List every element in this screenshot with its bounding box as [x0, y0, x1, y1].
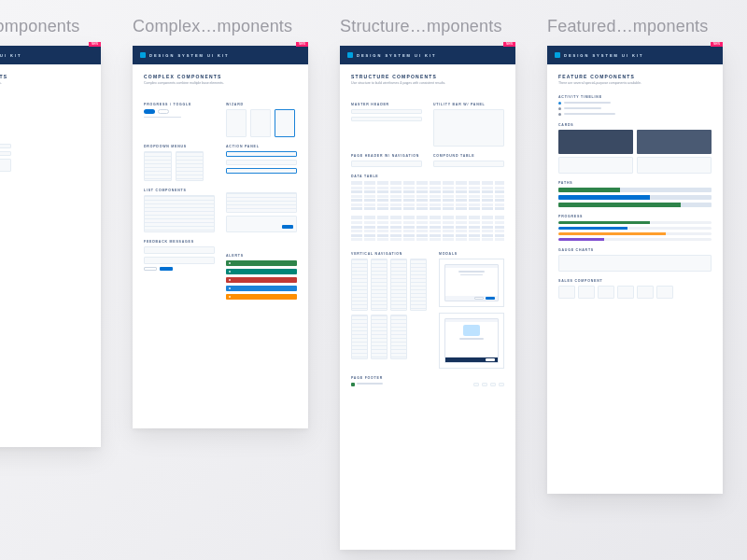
group-label: PROGRESS	[558, 215, 712, 218]
header-sample	[351, 117, 422, 121]
group-label: ALERTS	[226, 254, 297, 258]
new-badge: NEW	[503, 42, 515, 47]
group-label: SALES COMPONENT	[558, 279, 712, 283]
artboard-page[interactable]: NEW DESIGN SYSTEM UI KIT SIMPLE COMPONEN…	[0, 46, 101, 447]
vnav-sample	[371, 259, 388, 311]
section-subtitle: There are several special-purpose compon…	[558, 81, 712, 86]
toast-sample	[144, 246, 215, 254]
kit-title: DESIGN SYSTEM UI KIT	[564, 53, 644, 58]
page-header: DESIGN SYSTEM UI KIT	[547, 46, 723, 64]
artboard-page[interactable]: NEW DESIGN SYSTEM UI KIT COMPLEX COMPONE…	[133, 46, 308, 428]
group-label: WIZARD	[226, 103, 297, 106]
button-sample	[160, 267, 173, 271]
group-label: PATHS	[558, 181, 712, 185]
group-label: FEEDBACK MESSAGES	[144, 240, 297, 244]
group-label: FORM ELEMENTS	[0, 137, 90, 141]
page-header-sample	[351, 161, 422, 167]
tile-sample	[656, 286, 673, 299]
modal-preview-frame	[439, 259, 504, 307]
timeline-dot-icon	[558, 107, 561, 110]
tile-sample	[558, 286, 575, 299]
kit-title: DESIGN SYSTEM UI KIT	[357, 53, 437, 58]
group-label: ACTIVITY TIMELINE	[558, 95, 712, 99]
page-header: DESIGN SYSTEM UI KIT	[340, 46, 515, 64]
logo-icon	[140, 52, 146, 58]
logo-icon	[555, 52, 560, 58]
progress-sample	[558, 221, 712, 224]
data-table-sample	[351, 181, 504, 211]
section-heading: FEATURE COMPONENTS	[558, 74, 712, 79]
new-badge: NEW	[711, 42, 723, 47]
artboard-title: Structure…mponents	[340, 17, 515, 36]
section-heading: SIMPLE COMPONENTS	[0, 74, 90, 79]
dropdown-sample	[176, 151, 204, 181]
card-sample	[637, 157, 712, 174]
toggle-sample	[144, 109, 155, 114]
page-header: DESIGN SYSTEM UI KIT	[133, 46, 308, 64]
action-panel-sample	[226, 168, 297, 174]
group-label: CARDS	[558, 123, 712, 127]
vnav-sample	[410, 259, 427, 311]
kit-title: DESIGN SYSTEM UI KIT	[0, 53, 22, 58]
group-label: PILLS & BADGES	[0, 179, 90, 183]
group-label: ICONS	[0, 95, 90, 99]
button-sample	[144, 267, 157, 271]
artboard-simple-components[interactable]: Simple Components NEW DESIGN SYSTEM UI K…	[0, 17, 101, 447]
wizard-step-sample	[275, 109, 295, 137]
group-label: PROGRESS / TOGGLE	[144, 103, 215, 106]
artboard-structure-components[interactable]: Structure…mponents NEW DESIGN SYSTEM UI …	[340, 17, 515, 550]
progress-sample	[558, 227, 712, 230]
footer-chip	[473, 383, 479, 386]
tile-sample	[598, 286, 614, 299]
alert-error-sample	[226, 277, 297, 283]
compound-table-sample	[433, 161, 504, 167]
artboard-title: Featured…mponents	[547, 17, 723, 36]
wizard-step-sample	[250, 109, 271, 137]
new-badge: NEW	[296, 42, 308, 47]
artboard-complex-components[interactable]: Complex…mponents NEW DESIGN SYSTEM UI KI…	[133, 17, 308, 428]
input-sample	[0, 144, 11, 148]
caption	[144, 117, 181, 119]
vnav-sample	[371, 315, 388, 359]
utility-panel-sample	[433, 109, 504, 147]
group-label: LIST COMPONENTS	[144, 189, 215, 192]
footer-chip	[482, 383, 487, 386]
footer-chip	[499, 383, 504, 386]
group-label: PAGE HEADER W/ NAVIGATION	[351, 154, 422, 158]
timeline-item	[564, 113, 615, 115]
timeline-dot-icon	[558, 113, 561, 116]
page-header: DESIGN SYSTEM UI KIT	[0, 46, 101, 64]
group-label: DATA TABLE	[351, 175, 504, 178]
modal-sample	[444, 264, 499, 301]
path-sample	[558, 195, 712, 200]
action-panel-sample	[226, 151, 297, 157]
alert-primary-sample	[226, 286, 297, 291]
footer-chip	[490, 383, 496, 386]
card-sample	[558, 157, 633, 174]
group-label: GAUGE CHARTS	[558, 248, 712, 252]
path-sample	[558, 203, 712, 207]
group-label: DROPDOWN MENUS	[144, 145, 215, 148]
footer-icon	[351, 383, 355, 386]
vnav-sample	[390, 259, 407, 311]
list-sample	[226, 192, 297, 213]
group-label: MASTER HEADER	[351, 103, 422, 106]
gauge-sample	[558, 255, 712, 272]
toast-sample	[144, 257, 215, 264]
artboard-featured-components[interactable]: Featured…mponents NEW DESIGN SYSTEM UI K…	[547, 17, 723, 494]
dropdown-sample	[144, 151, 172, 181]
header-sample	[351, 109, 422, 114]
section-subtitle: Use structure to build wireframes & page…	[351, 81, 504, 86]
path-sample	[558, 188, 712, 192]
hero-card-sample	[637, 130, 712, 154]
artboard-page[interactable]: NEW DESIGN SYSTEM UI KIT FEATURE COMPONE…	[547, 46, 723, 494]
artboard-page[interactable]: NEW DESIGN SYSTEM UI KIT STRUCTURE COMPO…	[340, 46, 515, 550]
group-label: MODALS	[439, 252, 504, 256]
section-heading: STRUCTURE COMPONENTS	[351, 74, 504, 79]
group-label: PAGE FOOTER	[351, 376, 504, 380]
tile-sample	[637, 286, 654, 299]
artboard-canvas[interactable]: Simple Components NEW DESIGN SYSTEM UI K…	[0, 0, 747, 550]
group-label: COMPOUND TABLE	[433, 154, 504, 158]
progress-sample	[558, 238, 712, 241]
textarea-sample	[0, 159, 11, 172]
